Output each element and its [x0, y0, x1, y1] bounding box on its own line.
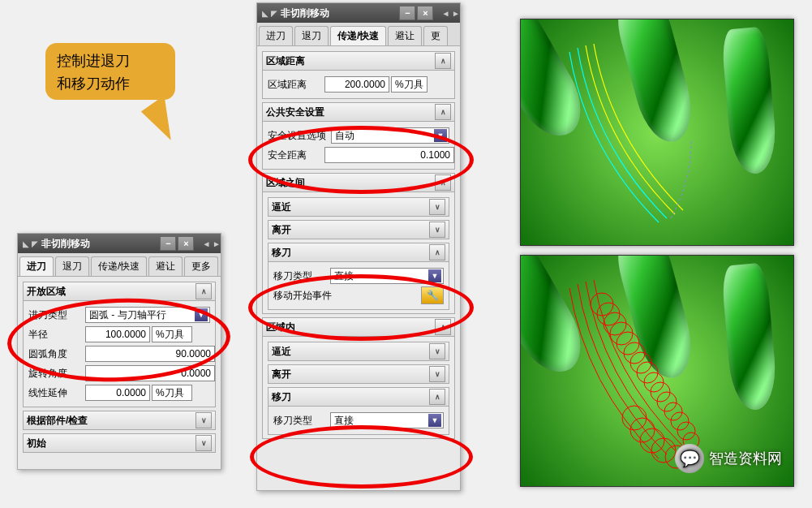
linear-ext-unit-select[interactable]: %刀具 [152, 385, 192, 401]
svg-point-18 [651, 438, 676, 463]
svg-point-6 [630, 352, 651, 373]
chevron-down-icon: ∨ [429, 366, 445, 382]
approach-sub[interactable]: 逼近 ∨ [268, 197, 449, 217]
move-type-select[interactable]: 直接 ▼ [330, 268, 444, 284]
chevron-up-icon: ∧ [195, 283, 212, 299]
minimize-button[interactable]: − [399, 6, 415, 20]
center-dialog: ◣ ◤ 非切削移动 − × ◄ ► 进刀 退刀 传递/快速 避让 更 区域距离 … [256, 2, 461, 491]
close-button[interactable]: × [417, 6, 433, 20]
in-region-header[interactable]: 区域内 ∧ [262, 317, 455, 337]
dropdown-icon: ▼ [428, 269, 441, 282]
watermark: 💬 智造资料网 [675, 444, 782, 473]
region-dist-input[interactable] [324, 76, 389, 93]
chevron-up-icon: ∧ [429, 389, 445, 405]
radius-unit-select[interactable]: %刀具 [152, 326, 192, 342]
tab-avoid[interactable]: 避让 [388, 26, 422, 45]
open-region-header[interactable]: 开放区域 ∧ [23, 282, 216, 301]
arc-angle-label: 圆弧角度 [28, 347, 85, 361]
tab-retract[interactable]: 退刀 [55, 256, 89, 276]
move-type-select2[interactable]: 直接 ▼ [330, 412, 444, 428]
tab-more[interactable]: 更多 [184, 256, 218, 276]
rotate-angle-input[interactable] [85, 365, 215, 381]
move-type-label2: 移刀类型 [273, 414, 330, 428]
safe-option-select[interactable]: 自动 ▼ [331, 127, 449, 144]
rotate-angle-label: 旋转角度 [28, 367, 85, 381]
left-title: 非切削移动 [41, 237, 90, 251]
tab-transfer[interactable]: 传递/快速 [91, 256, 147, 276]
move-type-label: 移刀类型 [273, 269, 330, 283]
radius-input[interactable] [85, 326, 150, 342]
leave-sub2[interactable]: 离开 ∨ [268, 364, 449, 384]
center-tabs: 进刀 退刀 传递/快速 避让 更 [257, 23, 460, 46]
between-regions-header[interactable]: 区域之间 ∧ [262, 173, 455, 192]
tab-avoid[interactable]: 避让 [148, 256, 183, 276]
tab-transfer[interactable]: 传递/快速 [330, 26, 386, 45]
tab-retract[interactable]: 退刀 [294, 26, 329, 45]
tab-more[interactable]: 更 [423, 26, 448, 45]
chevron-down-icon: ∨ [195, 412, 212, 428]
region-dist-label: 区域距离 [268, 78, 324, 92]
region-dist-header[interactable]: 区域距离 ∧ [262, 51, 455, 71]
dropdown-icon: ▼ [428, 414, 441, 427]
center-title: 非切削移动 [281, 6, 329, 20]
dropdown-icon: ▼ [434, 129, 447, 142]
arc-angle-input[interactable] [85, 346, 215, 362]
approach-type-select[interactable]: 圆弧 - 与刀轴平行 ▼ [85, 307, 210, 323]
center-titlebar: ◣ ◤ 非切削移动 − × ◄ ► [257, 3, 460, 23]
svg-point-12 [671, 412, 689, 430]
chevron-up-icon: ∧ [429, 244, 445, 260]
safe-dist-label: 安全距离 [268, 149, 324, 162]
radius-label: 半径 [28, 328, 85, 342]
chevron-up-icon: ∧ [435, 319, 451, 335]
move-start-event-label: 移动开始事件 [273, 289, 346, 303]
linear-ext-input[interactable] [85, 385, 150, 401]
left-dialog: ◣ ◤ 非切削移动 − × ◄ ► 进刀 退刀 传递/快速 避让 更多 开放区域… [17, 233, 221, 470]
chevron-up-icon: ∧ [435, 53, 451, 69]
chevron-down-icon: ∨ [429, 222, 445, 238]
chevron-down-icon: ∨ [429, 199, 445, 215]
chevron-down-icon: ∨ [195, 435, 212, 451]
callout-bubble: 控制进退刀 和移刀动作 [45, 43, 175, 100]
callout-line2: 和移刀动作 [57, 72, 164, 95]
viewport-top[interactable] [520, 19, 794, 246]
viewport-bottom[interactable]: 💬 智造资料网 [520, 255, 794, 487]
approach-sub2[interactable]: 逼近 ∨ [268, 342, 449, 361]
chevron-up-icon: ∧ [435, 174, 451, 191]
initial-header[interactable]: 初始 ∨ [23, 433, 216, 453]
svg-point-17 [640, 428, 664, 453]
linear-ext-label: 线性延伸 [28, 386, 85, 400]
wechat-icon: 💬 [675, 444, 704, 473]
dropdown-icon: ▼ [195, 308, 208, 321]
move-sub2[interactable]: 移刀 ∧ [268, 387, 449, 407]
tab-approach[interactable]: 进刀 [19, 256, 54, 276]
tab-approach[interactable]: 进刀 [259, 26, 293, 45]
chevron-up-icon: ∧ [435, 104, 451, 120]
safe-option-label: 安全设置选项 [268, 129, 331, 143]
callout-tail [141, 95, 187, 144]
wrench-icon[interactable]: 🔧 [421, 286, 444, 304]
left-tabs: 进刀 退刀 传递/快速 避让 更多 [18, 253, 221, 277]
chevron-down-icon: ∨ [429, 343, 445, 359]
safe-dist-input[interactable] [324, 147, 454, 163]
close-button[interactable]: × [178, 236, 194, 251]
root-check-header[interactable]: 根据部件/检查 ∨ [23, 411, 216, 430]
common-safe-header[interactable]: 公共安全设置 ∧ [262, 102, 455, 122]
left-titlebar: ◣ ◤ 非切削移动 − × ◄ ► [18, 234, 221, 253]
region-dist-unit[interactable]: %刀具 [391, 76, 427, 93]
minimize-button[interactable]: − [160, 236, 176, 251]
toolpath-top [521, 19, 793, 245]
callout-line1: 控制进退刀 [57, 50, 164, 72]
leave-sub[interactable]: 离开 ∨ [268, 220, 449, 239]
approach-type-label: 进刀类型 [28, 308, 85, 322]
svg-point-13 [677, 422, 695, 440]
move-sub[interactable]: 移刀 ∧ [268, 243, 449, 262]
